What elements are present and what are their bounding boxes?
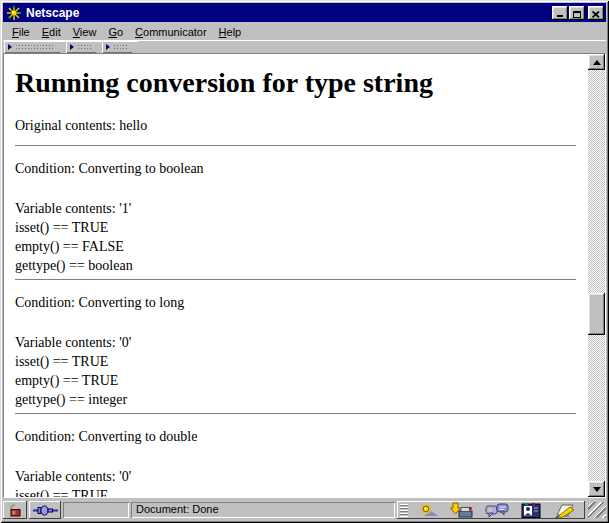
title-bar[interactable]: Netscape: [3, 3, 606, 22]
vertical-scrollbar[interactable]: [588, 54, 605, 497]
expand-arrow-icon: [106, 44, 110, 50]
menu-file[interactable]: File: [6, 25, 36, 39]
horizontal-rule: [15, 145, 576, 147]
personal-toolbar-tab[interactable]: [102, 41, 138, 53]
minimize-icon: [557, 15, 563, 17]
discussions-button[interactable]: [479, 502, 513, 518]
maximize-button[interactable]: [569, 6, 585, 20]
result-block: Variable contents: '1' isset() == TRUE e…: [15, 199, 580, 275]
page-heading: Running conversion for type string: [15, 67, 580, 98]
close-icon: [592, 11, 600, 18]
mailbox-button[interactable]: [445, 502, 479, 518]
offline-toggle-button[interactable]: [29, 501, 61, 519]
menu-view[interactable]: View: [67, 25, 103, 39]
collapsed-toolbars: [3, 40, 606, 53]
composer-icon: [553, 502, 577, 519]
result-line: gettype() == integer: [15, 390, 580, 409]
result-line: Variable contents: '1': [15, 199, 580, 218]
netscape-window: Netscape File Edit View Go Communicator …: [0, 0, 609, 523]
status-message: Document: Done: [131, 502, 395, 518]
result-line: Variable contents: '0': [15, 467, 580, 486]
grip-dots: [15, 44, 55, 50]
status-text: Document: Done: [136, 503, 219, 515]
address-book-icon: [519, 502, 543, 519]
menu-bar: File Edit View Go Communicator Help: [3, 24, 606, 40]
result-block: Variable contents: '0' isset() == TRUE e…: [15, 333, 580, 409]
result-line: isset() == TRUE: [15, 218, 580, 237]
grip-dots: [77, 44, 91, 50]
navigator-button[interactable]: [411, 502, 445, 518]
condition-text: Condition: Converting to double: [15, 427, 580, 446]
close-button[interactable]: [588, 6, 604, 20]
result-line: gettype() == boolean: [15, 256, 580, 275]
menu-edit[interactable]: Edit: [36, 25, 67, 39]
netscape-logo-icon: [6, 5, 22, 21]
minimize-button[interactable]: [552, 6, 568, 20]
menu-communicator[interactable]: Communicator: [129, 25, 213, 39]
expand-arrow-icon: [70, 44, 74, 50]
window-controls: [551, 6, 604, 20]
condition-text: Condition: Converting to boolean: [15, 159, 580, 178]
expand-arrow-icon: [8, 44, 12, 50]
component-bar: [397, 501, 585, 519]
horizontal-rule: [15, 413, 576, 415]
maximize-icon: [573, 11, 581, 18]
navigation-toolbar-tab[interactable]: [4, 41, 66, 53]
mailbox-icon: [450, 502, 474, 519]
down-arrow-icon: [593, 487, 601, 492]
discussions-icon: [485, 502, 509, 519]
scroll-down-button[interactable]: [588, 481, 605, 497]
resize-grip[interactable]: [588, 502, 606, 518]
security-lock-icon: [8, 503, 23, 517]
result-line: isset() == TRUE: [15, 486, 580, 497]
result-line: empty() == TRUE: [15, 371, 580, 390]
online-plug-icon: [32, 505, 59, 516]
condition-text: Condition: Converting to long: [15, 293, 580, 312]
horizontal-rule: [15, 279, 576, 281]
security-button[interactable]: [3, 501, 27, 519]
result-line: isset() == TRUE: [15, 352, 580, 371]
browser-content-area: Running conversion for type string Origi…: [3, 53, 606, 498]
address-book-button[interactable]: [514, 502, 548, 518]
up-arrow-icon: [593, 60, 601, 65]
result-line: Variable contents: '0': [15, 333, 580, 352]
scrollbar-thumb[interactable]: [588, 293, 605, 335]
scroll-up-button[interactable]: [588, 54, 605, 70]
navigator-icon: [416, 502, 440, 519]
composer-button[interactable]: [548, 502, 582, 518]
status-bar: Document: Done: [3, 500, 606, 520]
progress-bar: [63, 502, 129, 518]
document-view[interactable]: Running conversion for type string Origi…: [4, 54, 588, 497]
component-bar-grip[interactable]: [400, 504, 408, 517]
result-block: Variable contents: '0' isset() == TRUE: [15, 467, 580, 497]
grip-dots: [113, 44, 127, 50]
location-toolbar-tab[interactable]: [66, 41, 102, 53]
menu-help[interactable]: Help: [213, 25, 248, 39]
window-title: Netscape: [26, 6, 79, 20]
result-line: empty() == FALSE: [15, 237, 580, 256]
menu-go[interactable]: Go: [102, 25, 129, 39]
intro-text: Original contents: hello: [15, 116, 580, 135]
